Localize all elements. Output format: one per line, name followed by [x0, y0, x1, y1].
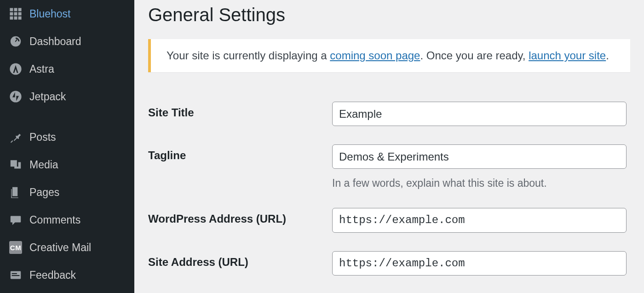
- svg-rect-4: [14, 12, 17, 16]
- sidebar-item-posts[interactable]: Posts: [0, 123, 134, 151]
- page-title: General Settings: [148, 0, 630, 35]
- pin-icon: [8, 130, 23, 144]
- coming-soon-notice: Your site is currently displaying a comi…: [148, 39, 630, 72]
- sidebar-item-label: Bluehost: [29, 8, 71, 20]
- tagline-label: Tagline: [148, 135, 332, 199]
- sidebar-item-label: Comments: [29, 214, 80, 226]
- main-content: General Settings Your site is currently …: [134, 0, 644, 293]
- sidebar-item-label: Astra: [29, 63, 54, 75]
- launch-site-link[interactable]: launch your site: [529, 49, 606, 62]
- sidebar-item-pages[interactable]: Pages: [0, 178, 134, 206]
- sidebar-item-media[interactable]: Media: [0, 151, 134, 178]
- svg-rect-8: [18, 17, 22, 20]
- svg-rect-1: [14, 8, 17, 11]
- notice-text: .: [606, 49, 609, 62]
- sidebar-item-astra[interactable]: Astra: [0, 55, 134, 83]
- feedback-icon: [8, 268, 23, 282]
- sidebar-item-label: Posts: [29, 131, 56, 144]
- jetpack-icon: [8, 89, 23, 104]
- sidebar-item-comments[interactable]: Comments: [0, 206, 134, 234]
- sidebar-item-label: Media: [29, 159, 58, 171]
- wp-address-label: WordPress Address (URL): [148, 199, 332, 241]
- sidebar-item-label: Pages: [29, 186, 59, 199]
- site-address-input[interactable]: [332, 251, 627, 276]
- svg-rect-7: [14, 17, 17, 20]
- sidebar-item-label: Feedback: [29, 269, 76, 282]
- pages-icon: [8, 185, 23, 200]
- wp-address-input[interactable]: [332, 208, 627, 232]
- site-address-label: Site Address (URL): [148, 242, 332, 285]
- sidebar-item-creative-mail[interactable]: CM Creative Mail: [0, 234, 134, 261]
- coming-soon-link[interactable]: coming soon page: [330, 49, 420, 62]
- tagline-input[interactable]: [332, 144, 627, 169]
- admin-sidebar: Bluehost Dashboard Astra Jetpack Posts M…: [0, 0, 134, 293]
- sidebar-item-label: Dashboard: [29, 35, 81, 48]
- svg-point-10: [10, 91, 21, 102]
- notice-text: . Once you are ready,: [420, 49, 529, 62]
- notice-text: Your site is currently displaying a: [167, 49, 330, 62]
- svg-rect-13: [12, 275, 20, 276]
- svg-rect-3: [10, 12, 13, 16]
- grid-icon: [8, 6, 23, 21]
- sidebar-item-feedback[interactable]: Feedback: [0, 261, 134, 289]
- media-icon: [8, 157, 23, 172]
- dashboard-icon: [8, 34, 23, 49]
- sidebar-item-dashboard[interactable]: Dashboard: [0, 28, 134, 55]
- site-title-input[interactable]: [332, 102, 627, 126]
- cm-icon: CM: [8, 240, 23, 255]
- svg-rect-6: [10, 17, 13, 20]
- sidebar-item-label: Jetpack: [29, 91, 66, 103]
- site-title-label: Site Title: [148, 92, 332, 135]
- sidebar-item-bluehost[interactable]: Bluehost: [0, 0, 134, 28]
- sidebar-item-label: Creative Mail: [29, 241, 91, 254]
- svg-rect-5: [18, 12, 22, 16]
- svg-rect-12: [12, 273, 17, 274]
- comments-icon: [8, 213, 23, 227]
- tagline-description: In a few words, explain what this site i…: [332, 177, 630, 190]
- astra-icon: [8, 62, 23, 76]
- settings-form: Site Title Tagline In a few words, expla…: [148, 92, 630, 285]
- svg-rect-2: [18, 8, 22, 11]
- sidebar-item-jetpack[interactable]: Jetpack: [0, 83, 134, 110]
- svg-rect-0: [10, 8, 13, 11]
